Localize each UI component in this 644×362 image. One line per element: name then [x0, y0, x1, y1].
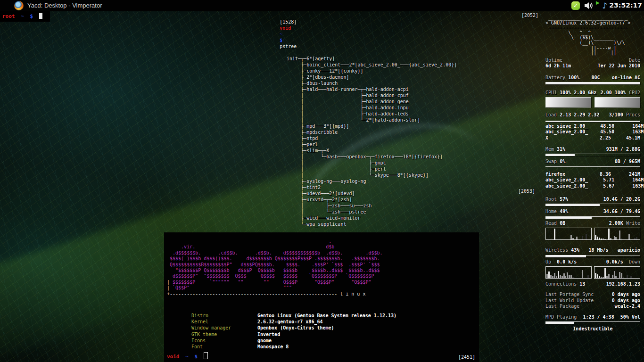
disk-write-graph: [594, 228, 640, 240]
conky-system-monitor: ____________________________ < GNU/Linux…: [545, 16, 640, 332]
info-row-kernel: Kernel2.6.32-gentoo-r7 x86_64: [191, 319, 396, 325]
info-row-wm: Window managerOpenbox (Onyx-Citrus theme…: [191, 325, 396, 331]
history-badge: [2053]: [518, 189, 535, 194]
top-mem-row: abc_sieve_2.00_5.67163M: [545, 183, 640, 189]
mem-bar: [545, 154, 640, 156]
connections-row: Connections 13 192.168.1.23: [545, 281, 640, 287]
top-mem-row: abc_sieve_2.00_5.71164M: [545, 177, 640, 183]
info-row-font: FontMonospace 8: [191, 344, 396, 350]
uptime-date-labels: Uptime Date: [545, 58, 640, 63]
load-row: Load 2.13 2.29 2.32 3/100 Procs: [545, 112, 640, 118]
swap-row: Swap 0% 0B / 965M: [545, 159, 640, 165]
info-row-icons: Iconsgnome: [191, 337, 396, 344]
play-icon: ▶: [596, 0, 600, 5]
net-down-graph: [594, 266, 640, 279]
net-rate-row: Up 0.0 k/s 0.0k/s Down: [545, 259, 640, 265]
disk-read-graph: [545, 228, 592, 240]
info-row-distro: DistroGentoo Linux (Gentoo Base System r…: [191, 313, 396, 319]
net-up-graph: [545, 266, 592, 279]
root-fs-row: Root 57% 10.4G / 20.2G: [545, 197, 640, 202]
root-fs-bar: [545, 204, 640, 206]
info-row-gtk: GTK themeInverted: [191, 331, 396, 337]
battery-row: Battery 100% 80C on-line AC: [545, 75, 640, 81]
pstree-prompt-line: [1528] void ~ $ pstree: [263, 13, 457, 56]
history-badge: [1528]: [280, 19, 297, 25]
clock: 23:52:17: [609, 1, 642, 9]
top-cpu-row: abc_sieve_2.00_45.50163M: [545, 129, 640, 135]
prompt-symbol: $: [280, 38, 282, 43]
history-badge: [2052]: [521, 13, 538, 18]
wireless-row: Wireless 43% 18 Mb/s aparicio: [545, 247, 640, 253]
music-note-icon: ♪: [602, 1, 607, 10]
wireless-bar: [545, 255, 640, 257]
battery-bar: [545, 82, 640, 84]
top-cpu-row: X2.2545.1M: [545, 135, 640, 141]
history-badge: [2451]: [458, 354, 475, 360]
music-player-tray-icon[interactable]: ▶ ♪: [597, 1, 607, 10]
firefox-icon[interactable]: [14, 1, 24, 10]
prompt-user: void: [280, 25, 291, 31]
prompt-symbol: $: [30, 13, 33, 19]
mpd-progress-bar: [545, 321, 640, 324]
home-fs-row: Home 49% 34.6G / 79.4G: [545, 209, 640, 214]
prompt-user: root: [2, 13, 15, 19]
disk-io-row: Read 0B 2.00K Write: [545, 221, 640, 226]
cowsay-banner: ____________________________ < GNU/Linux…: [545, 16, 640, 56]
portage-sync-row: Last Portage Sync 0 days ago: [545, 292, 640, 297]
mpd-row: MPD Playing 1:23 / 4:38 50% Vol: [545, 314, 640, 320]
mem-row: Mem 31% 931M / 2.88G: [545, 147, 640, 152]
prompt-user: void: [167, 354, 180, 360]
prompt-path: ~: [21, 13, 24, 19]
cpu1-bar: [545, 97, 591, 107]
disk-io-graphs: [545, 228, 640, 240]
cpu-bars: [545, 97, 640, 107]
prompt-path: ~: [185, 354, 189, 360]
cursor-hollow: [204, 352, 208, 359]
process-tree-output: init─┬─6*[agetty] ├─boinc_client───2*[ab…: [287, 56, 457, 227]
command-text: pstree: [280, 44, 297, 49]
top-panel: Yacd: Desktop - Vimperator ✓ ▶ ♪ 23:52:1…: [0, 0, 644, 11]
cpu2-bar: [594, 97, 640, 107]
skype-tray-icon[interactable]: ✓: [571, 1, 580, 10]
separator-line: [545, 121, 640, 122]
desktop: Yacd: Desktop - Vimperator ✓ ▶ ♪ 23:52:1…: [0, 0, 644, 362]
home-fs-bar: [545, 216, 640, 219]
taskbar-window-title[interactable]: Yacd: Desktop - Vimperator: [27, 2, 102, 9]
world-update-row: Last World Update 0 days ago: [545, 298, 640, 304]
net-graphs: [545, 266, 640, 279]
system-info-list: DistroGentoo Linux (Gentoo Base System r…: [191, 313, 396, 350]
cursor-block: [39, 13, 42, 19]
volume-icon[interactable]: [584, 1, 593, 10]
last-package-row: Last Package wcalc-2.4: [545, 304, 640, 309]
system-tray: ✓ ▶ ♪: [571, 1, 607, 10]
top-cpu-row: abc_sieve_2.00_48.50164M: [545, 123, 640, 129]
cpu-row: CPU1 100% 2.00 GHz 2.00 100% CPU2: [545, 90, 640, 96]
mpd-song-title: Indestructible: [545, 326, 640, 332]
root-terminal-prompt[interactable]: root ~ $: [0, 11, 50, 22]
top-mem-row: firefox8.36241M: [545, 172, 640, 177]
uptime-date-values: 6d 2h 11m Ter 22 Jun 2010: [545, 63, 640, 69]
prompt-path: ~: [280, 32, 282, 37]
swap-bar: [545, 166, 640, 169]
prompt-symbol: $: [194, 354, 198, 360]
sysinfo-terminal[interactable]: . .vir. d$b .d$$$$$$b. .cd$$b. .d$$b. d$…: [164, 232, 479, 362]
ascii-art-frame-linux: | | +-----------------------------------…: [167, 239, 365, 297]
pstree-terminal[interactable]: [1528] void ~ $ pstree init─┬─6*[agetty]…: [263, 13, 457, 265]
bottom-terminal-prompt: void ~ $: [167, 352, 211, 360]
